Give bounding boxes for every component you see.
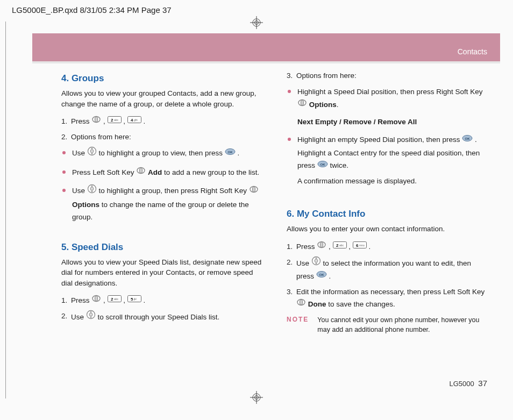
vertical-rule — [5, 22, 6, 398]
softkey-icon — [91, 115, 101, 127]
speed-dials-intro: Allows you to view your Speed Dials list… — [61, 257, 262, 289]
my-contact-intro: Allows you to enter your own contact inf… — [287, 224, 487, 234]
svg-text:2: 2 — [336, 243, 339, 247]
bullet: Use to highlight a group to view, then p… — [61, 147, 262, 161]
note-label: NOTE — [287, 315, 309, 323]
note-text: You cannot edit your own phone number, h… — [317, 315, 487, 336]
svg-text:abc: abc — [114, 118, 119, 122]
svg-text:jkl: jkl — [133, 297, 137, 301]
key-5-icon: 5jkl — [127, 294, 141, 307]
key-2-icon: 2abc — [333, 240, 347, 253]
softkey-icon — [317, 240, 326, 253]
svg-text:2: 2 — [111, 118, 113, 123]
svg-text:5: 5 — [131, 297, 133, 302]
nav-icon — [87, 146, 97, 160]
svg-text:ghi: ghi — [134, 118, 138, 122]
groups-intro: Allows you to view your grouped Contacts… — [61, 88, 262, 109]
left-column: 4. Groups Allows you to view your groupe… — [61, 70, 262, 372]
options-line: Next Empty / Remove / Remove All — [297, 116, 487, 129]
banner-underline — [32, 61, 500, 63]
page-number: 37 — [478, 379, 487, 388]
heading-groups: 4. Groups — [61, 73, 262, 84]
step: Options from here: — [61, 131, 262, 144]
speed-dials-steps: Press , 2abc , 5jkl . Use to scroll thro… — [61, 295, 262, 324]
softkey-icon — [297, 98, 307, 111]
key-2-icon: 2abc — [108, 294, 122, 307]
svg-text:2: 2 — [111, 297, 113, 302]
nav-icon — [311, 256, 321, 270]
key-6-icon: 6mno — [353, 240, 367, 253]
nav-icon — [87, 184, 97, 198]
bullet: Use to highlight a group, then press Rig… — [61, 184, 262, 224]
groups-steps: Press , 2abc , 4ghi . Options from here: — [61, 116, 262, 144]
heading-my-contact-info: 6. My Contact Info — [287, 209, 487, 219]
ok-icon — [316, 270, 327, 282]
step: Use to scroll through your Speed Dials l… — [61, 310, 262, 324]
note-block: NOTE You cannot edit your own phone numb… — [287, 315, 487, 336]
speed-dials-options: Highlight a Speed Dial position, then pr… — [287, 86, 487, 187]
key-2-icon: 2abc — [108, 115, 122, 127]
step: Press , 2abc , 4ghi . — [61, 116, 262, 128]
registration-mark-bottom — [250, 391, 263, 404]
svg-text:6: 6 — [356, 243, 359, 247]
step: Press , 2abc , 5jkl . — [61, 295, 262, 307]
bullet: Press Left Soft Key Add to add a new gro… — [61, 166, 262, 179]
ok-icon — [225, 147, 236, 160]
print-metadata: LG5000E_.BP.qxd 8/31/05 2:34 PM Page 37 — [12, 5, 172, 15]
svg-text:abc: abc — [114, 297, 119, 301]
step: Press , 2abc , 6mno . — [287, 241, 487, 253]
svg-text:abc: abc — [339, 244, 344, 247]
softkey-icon — [136, 166, 146, 179]
bullet: Highlight an empty Speed Dial position, … — [287, 133, 487, 187]
speed-dials-steps-cont: Options from here: — [287, 70, 487, 82]
softkey-icon — [249, 184, 259, 197]
right-column: Options from here: Highlight a Speed Dia… — [287, 70, 487, 372]
step: Options from here: — [287, 70, 487, 82]
section-banner: Contacts — [32, 33, 500, 61]
confirmation-line: A confirmation message is displayed. — [297, 175, 487, 188]
page-footer: LG5000 37 — [449, 379, 487, 388]
svg-text:4: 4 — [131, 118, 133, 123]
step: Edit the information as necessary, then … — [287, 286, 487, 311]
softkey-icon — [91, 294, 101, 307]
groups-options: Use to highlight a group to view, then p… — [61, 147, 262, 224]
bullet: Highlight a Speed Dial position, then pr… — [287, 86, 487, 129]
page-content: 4. Groups Allows you to view your groupe… — [61, 70, 487, 372]
section-title: Contacts — [458, 47, 487, 56]
softkey-icon — [296, 298, 306, 310]
nav-icon — [86, 310, 96, 324]
registration-mark-top — [250, 16, 263, 29]
model-number: LG5000 — [449, 380, 474, 388]
heading-speed-dials: 5. Speed Dials — [61, 242, 262, 253]
svg-text:mno: mno — [359, 244, 365, 247]
my-contact-steps: Press , 2abc , 6mno . Use to select the … — [287, 241, 487, 311]
step: Use to select the information you want t… — [287, 257, 487, 283]
key-4-icon: 4ghi — [127, 115, 141, 127]
ok-icon — [462, 133, 473, 146]
ok-icon — [317, 159, 328, 172]
